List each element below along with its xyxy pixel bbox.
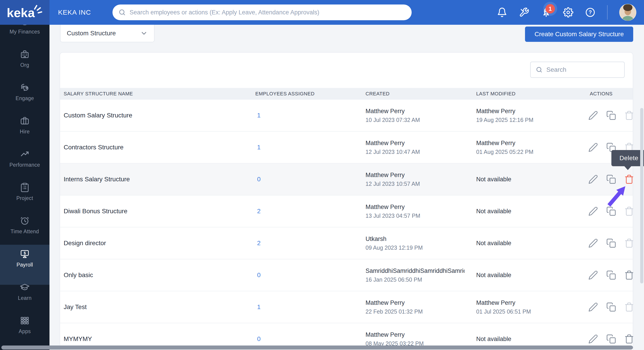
delete-button[interactable]: [624, 174, 634, 184]
table-search[interactable]: [530, 62, 625, 78]
edit-button[interactable]: [588, 206, 598, 216]
table-row: Design director 2 Utkarsh 09 Aug 2023 12…: [60, 228, 633, 259]
payroll-salary-structures-page: Custom Structure Create Custom Salary St…: [50, 25, 644, 350]
project-clipboard-icon: [20, 182, 30, 192]
table-search-input[interactable]: [546, 66, 628, 73]
col-salary-structure-name: SALARY STRUCTURE NAME: [64, 91, 133, 97]
row-actions: [588, 110, 634, 120]
global-search-input[interactable]: [130, 9, 406, 16]
notifications-button[interactable]: [497, 7, 507, 18]
structure-name: Jay Test: [64, 304, 86, 311]
modified-by: Matthew Perry: [476, 140, 533, 147]
sidebar-item-performance[interactable]: Performance: [0, 149, 50, 182]
col-employees-assigned: EMPLOYEES ASSIGNED: [255, 91, 314, 97]
help-button[interactable]: ?: [585, 7, 596, 18]
pencil-icon: [588, 174, 598, 184]
copy-icon: [606, 238, 616, 248]
create-custom-salary-structure-button[interactable]: Create Custom Salary Structure: [525, 26, 633, 42]
sidebar-item-project[interactable]: Project: [0, 182, 50, 216]
col-created: CREATED: [366, 91, 390, 97]
keka-app-window: My Finances Org Engage Hire Performance …: [0, 0, 644, 350]
employees-assigned-link[interactable]: 2: [257, 240, 261, 247]
duplicate-button[interactable]: [606, 238, 616, 248]
created-cell: Matthew Perry 22 Feb 2025 01:32 PM: [366, 300, 423, 315]
edit-button[interactable]: [588, 238, 598, 248]
logo-spark: [35, 6, 42, 13]
structure-type-dropdown[interactable]: Custom Structure: [60, 25, 154, 42]
sidebar-item-hire[interactable]: Hire: [0, 116, 50, 149]
hire-briefcase-icon: [20, 116, 30, 126]
sidebar-item-engage[interactable]: Engage: [0, 82, 50, 116]
created-cell: Utkarsh 09 Aug 2023 12:19 PM: [366, 236, 423, 251]
edit-button[interactable]: [588, 110, 598, 120]
delete-button[interactable]: [624, 270, 634, 280]
created-at: 10 Jul 2023 07:32 AM: [366, 117, 420, 123]
edit-button[interactable]: [588, 270, 598, 280]
duplicate-button[interactable]: [606, 270, 616, 280]
duplicate-button[interactable]: [606, 174, 616, 184]
copy-icon: [606, 302, 616, 312]
tooltip-caret: [624, 166, 632, 170]
row-actions: [588, 238, 634, 248]
user-avatar[interactable]: [619, 4, 636, 21]
global-search[interactable]: [112, 4, 412, 20]
employees-assigned-link[interactable]: 0: [257, 272, 261, 279]
vertical-scrollbar[interactable]: [640, 108, 643, 284]
help-icon: ?: [585, 7, 596, 18]
duplicate-button[interactable]: [606, 334, 616, 344]
horizontal-scrollbar[interactable]: [1, 346, 633, 350]
edit-button[interactable]: [588, 334, 598, 344]
sidebar-item-org[interactable]: Org: [0, 49, 50, 82]
search-icon: [118, 8, 126, 16]
keka-logo[interactable]: keka: [0, 0, 50, 25]
employees-assigned-link[interactable]: 1: [257, 112, 261, 119]
sidebar-item-learn[interactable]: Learn: [0, 282, 50, 315]
table-row: Custom Salary Structure 1 Matthew Perry …: [60, 100, 633, 132]
modified-cell: Not available: [476, 240, 511, 247]
time-attend-clock-icon: [20, 216, 30, 226]
structure-name: Diwali Bonus Structure: [64, 208, 127, 215]
modified-at: 01 Aug 2025 05:22 PM: [476, 149, 533, 155]
sidebar-item-apps[interactable]: Apps: [0, 315, 50, 349]
structure-name: Contractors Structure: [64, 144, 124, 151]
payroll-monitor-icon: $: [20, 249, 30, 259]
modified-cell: Matthew Perry 19 Aug 2025 12:16 PM: [476, 108, 533, 123]
pencil-icon: [588, 238, 598, 248]
sidebar-item-label: Time Attend: [10, 228, 39, 234]
table-row: Interns Salary Structure 0 Matthew Perry…: [60, 164, 633, 196]
employees-assigned-link[interactable]: 1: [257, 144, 261, 151]
question-glyph: ?: [589, 10, 592, 15]
created-cell: Matthew Perry 12 Jul 2023 10:47 AM: [366, 140, 420, 155]
employees-assigned-link[interactable]: 0: [257, 336, 261, 342]
sidebar-item-time-attend[interactable]: Time Attend: [0, 216, 50, 249]
topbar-divider: [607, 5, 608, 20]
tools-button[interactable]: [519, 7, 529, 18]
sidebar-item-label: Payroll: [16, 262, 33, 268]
delete-button: [624, 238, 634, 248]
sidebar-item-label: Learn: [18, 295, 32, 301]
keka-wordmark: keka: [7, 6, 35, 20]
sidebar-item-payroll[interactable]: $ Payroll: [0, 249, 50, 282]
trash-icon: [624, 334, 634, 344]
modified-by: Not available: [476, 336, 511, 342]
structure-name: Design director: [64, 240, 106, 247]
delete-button[interactable]: [624, 334, 634, 344]
edit-button[interactable]: [588, 302, 598, 312]
created-by: Matthew Perry: [366, 172, 420, 178]
edit-button[interactable]: [588, 174, 598, 184]
duplicate-button[interactable]: [606, 110, 616, 120]
modified-at: 01 Jul 2025 06:51 PM: [476, 308, 531, 315]
settings-button[interactable]: [563, 7, 573, 18]
created-at: 16 Jan 2025 06:50 PM: [366, 276, 464, 283]
employees-assigned-link[interactable]: 0: [257, 176, 261, 183]
trash-icon: [624, 174, 634, 184]
employees-assigned-link[interactable]: 1: [257, 304, 261, 311]
sidebar-item-label: Performance: [10, 162, 40, 168]
copy-icon: [606, 110, 616, 120]
duplicate-button[interactable]: [606, 302, 616, 312]
created-by: Matthew Perry: [366, 331, 424, 338]
employees-assigned-link[interactable]: 2: [257, 208, 261, 215]
whats-new-button[interactable]: 1: [541, 7, 551, 18]
edit-button[interactable]: [588, 142, 598, 152]
copy-icon: [606, 270, 616, 280]
